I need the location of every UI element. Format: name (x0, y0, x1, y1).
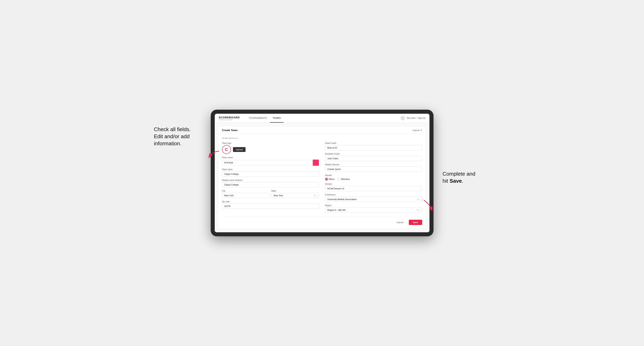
color-field-wrap (222, 160, 319, 166)
chevron-down-icon: ⌄ (316, 194, 318, 197)
form-grid: Team logo C Upload Team colour (222, 142, 422, 213)
display-name-input[interactable] (222, 182, 319, 187)
team-colour-input[interactable] (222, 160, 312, 165)
gender-label: Gender (325, 174, 422, 176)
head-coach-input[interactable] (325, 145, 422, 150)
radio-womens[interactable]: Womens (337, 178, 350, 180)
sign-out-link[interactable]: Sign out (418, 117, 426, 119)
cancel-button[interactable]: Cancel (394, 220, 407, 225)
city-label: City (222, 190, 270, 192)
logo-sub: Powered by clippd (219, 119, 240, 120)
form-card: TEAM DETAILS Team logo C Upload (219, 134, 426, 228)
division-select-icons: ⌄ (419, 187, 421, 190)
team-colour-label: Team colour (222, 157, 319, 159)
region-group: Region Region II - (M) DIII ✕ ⌄ (325, 204, 422, 213)
logo-area: SCOREBOARD Powered by clippd (219, 116, 240, 120)
chevron-down-icon: ⌄ (419, 209, 421, 211)
state-label: State (271, 190, 319, 192)
team-name-input[interactable] (222, 172, 319, 177)
nav-right: Test User | Sign out (400, 116, 425, 120)
upload-button[interactable]: Upload (233, 147, 246, 152)
city-input[interactable] (222, 193, 270, 198)
display-name-label: Display name (unique) (222, 179, 319, 181)
logo-main: SCOREBOARD (219, 116, 240, 119)
team-logo-label: Team logo (222, 142, 319, 144)
annotation-right: Complete and hit Save. (443, 170, 489, 184)
form-left: Team logo C Upload Team colour (222, 142, 319, 213)
user-info: Test User | (406, 117, 416, 119)
conference-select-wrap: University Athletic Association ✕ ⌄ (325, 197, 422, 202)
chevron-down-icon: ⌄ (419, 187, 421, 190)
athletic-director-input[interactable] (325, 167, 422, 172)
head-coach-label: Head Coach (325, 142, 422, 144)
main-content: Create Team Cancel ✕ TEAM DETAILS (215, 123, 430, 232)
team-logo-group: Team logo C Upload (222, 142, 319, 154)
zip-group: Zip code (222, 200, 319, 209)
assistant-coach-group: Assistant Coach (325, 153, 422, 161)
tablet-screen: SCOREBOARD Powered by clippd TOURNAMENTS… (215, 114, 430, 232)
region-label: Region (325, 204, 422, 207)
region-select-icons: ✕ ⌄ (417, 209, 421, 211)
team-colour-group: Team colour (222, 157, 319, 166)
nav-teams[interactable]: TEAMS (270, 114, 284, 123)
radio-mens-dot (325, 178, 328, 180)
gender-group: Gender Mens Womens (325, 174, 422, 180)
state-group: State New York ✕ ⌄ (271, 190, 319, 198)
team-name-group: Team name (222, 168, 319, 177)
gender-row: Mens Womens (325, 178, 422, 180)
team-name-label: Team name (222, 168, 319, 171)
create-team-header: Create Team Cancel ✕ (219, 127, 426, 134)
nav-links: TOURNAMENTS TEAMS (246, 114, 400, 123)
division-label: Division (325, 183, 422, 185)
head-coach-group: Head Coach (325, 142, 422, 150)
annotation-left: Check all fields. Edit and/or add inform… (154, 126, 204, 147)
city-state-row: City State New York (222, 190, 319, 198)
display-name-group: Display name (unique) (222, 179, 319, 187)
athletic-director-label: Athletic Director (325, 164, 422, 166)
clear-icon: ✕ (417, 209, 418, 211)
division-select-wrap: NCAA Division III ⌄ (325, 186, 422, 191)
section-label: TEAM DETAILS (222, 137, 422, 139)
athletic-director-group: Athletic Director (325, 164, 422, 172)
zip-input[interactable] (222, 203, 319, 209)
navbar: SCOREBOARD Powered by clippd TOURNAMENTS… (215, 114, 430, 123)
annotation-arrow-left (207, 149, 221, 160)
division-select[interactable]: NCAA Division III (325, 186, 422, 191)
annotation-arrow-right (422, 198, 436, 213)
region-select-wrap: Region II - (M) DIII ✕ ⌄ (325, 207, 422, 213)
logo-circle: C (222, 145, 231, 154)
conference-label: Conference (325, 194, 422, 196)
save-button[interactable]: Save (409, 220, 422, 225)
radio-mens[interactable]: Mens (325, 178, 334, 180)
form-right: Head Coach Assistant Coach Athletic Dire… (325, 142, 422, 213)
state-select-wrap: New York ✕ ⌄ (271, 193, 319, 198)
radio-womens-dot (337, 178, 340, 180)
assistant-coach-label: Assistant Coach (325, 153, 422, 155)
assistant-coach-input[interactable] (325, 156, 422, 161)
logo-upload-area: C Upload (222, 145, 319, 154)
city-group: City (222, 190, 270, 198)
chevron-down-icon: ⌄ (419, 198, 421, 200)
select-icons: ✕ ⌄ (314, 194, 318, 197)
form-footer: Cancel Save (222, 217, 422, 225)
close-icon: ✕ (420, 129, 422, 132)
conference-group: Conference University Athletic Associati… (325, 194, 422, 202)
page-title: Create Team (222, 129, 238, 132)
clear-icon: ✕ (314, 194, 316, 197)
zip-label: Zip code (222, 200, 319, 203)
user-avatar (400, 116, 405, 120)
conference-select[interactable]: University Athletic Association (325, 197, 422, 202)
color-swatch[interactable] (312, 160, 319, 166)
conference-select-icons: ✕ ⌄ (417, 198, 421, 200)
state-select[interactable]: New York (271, 193, 319, 198)
close-button[interactable]: Cancel ✕ (412, 129, 422, 132)
region-select[interactable]: Region II - (M) DIII (325, 207, 422, 213)
tablet-frame: SCOREBOARD Powered by clippd TOURNAMENTS… (211, 110, 434, 236)
nav-tournaments[interactable]: TOURNAMENTS (246, 114, 270, 123)
clear-icon: ✕ (417, 198, 418, 200)
division-group: Division NCAA Division III ⌄ (325, 183, 422, 191)
